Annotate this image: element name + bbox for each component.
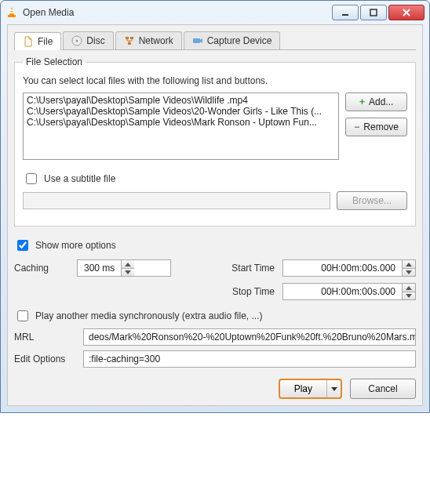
svg-marker-16 [406,263,412,267]
window-title: Open Media [23,7,330,18]
show-more-checkbox-input[interactable] [17,240,28,251]
svg-marker-18 [406,286,412,290]
tab-label: Network [139,35,173,46]
caching-label: Caching [14,263,77,274]
svg-rect-12 [128,42,131,45]
subtitle-checkbox-input[interactable] [26,173,37,184]
chevron-up-icon[interactable] [122,260,134,268]
subtitle-path-input [23,192,330,209]
file-list[interactable]: C:\Users\payal\Desktop\Sample Videos\Wil… [23,92,339,160]
maximize-button[interactable] [360,5,387,20]
svg-marker-15 [125,270,131,274]
chevron-down-icon[interactable] [403,292,415,299]
file-selection-fieldset: File Selection You can select local file… [14,56,416,227]
play-dropdown-button[interactable] [326,380,341,397]
svg-rect-1 [8,15,16,17]
svg-rect-5 [370,9,377,16]
stop-time-input[interactable]: 00H:00m:00s.000 [282,283,416,300]
sync-checkbox[interactable]: Play another media synchronously (extra … [14,308,416,324]
svg-rect-3 [9,12,13,13]
plus-icon: + [359,96,365,107]
network-icon [124,35,135,46]
file-selection-legend: File Selection [23,56,86,67]
chevron-up-icon[interactable] [403,284,415,292]
svg-rect-11 [130,37,133,39]
svg-marker-19 [406,294,412,298]
mrl-label: MRL [14,332,77,343]
minus-icon: − [354,121,359,132]
spinner[interactable] [402,284,415,299]
chevron-up-icon[interactable] [403,260,415,268]
tab-label: File [38,36,53,47]
subtitle-checkbox[interactable]: Use a subtitle file [23,171,407,187]
chevron-down-icon[interactable] [122,268,134,276]
titlebar: Open Media [1,1,429,24]
edit-options-input[interactable]: :file-caching=300 [83,350,416,368]
stop-time-label: Stop Time [228,286,275,297]
chevron-down-icon [331,387,337,391]
svg-rect-10 [126,37,129,39]
tab-disc[interactable]: Disc [63,31,113,49]
tab-file[interactable]: File [14,32,61,50]
file-icon [23,36,34,47]
svg-point-9 [76,40,78,42]
tab-label: Disc [86,35,104,46]
spinner[interactable] [121,260,134,276]
start-time-label: Start Time [228,263,275,274]
vlc-icon [5,6,18,19]
svg-rect-2 [10,9,13,11]
tab-label: Capture Device [207,35,272,46]
list-item[interactable]: C:\Users\payal\Desktop\Sample Videos\Mar… [27,117,335,128]
capture-icon [192,35,203,46]
start-time-input[interactable]: 00H:00m:00s.000 [282,259,416,277]
list-item[interactable]: C:\Users\payal\Desktop\Sample Videos\Wil… [27,95,335,106]
minimize-button[interactable] [332,5,359,20]
disc-icon [71,35,82,46]
browse-button: Browse... [337,191,407,210]
svg-marker-14 [125,263,131,267]
play-split-button[interactable]: Play [279,379,342,399]
show-more-checkbox[interactable]: Show more options [14,237,416,253]
svg-marker-17 [406,270,412,274]
play-button[interactable]: Play [280,380,326,397]
spinner[interactable] [402,260,415,276]
svg-marker-20 [331,387,337,391]
client-area: File Disc Network Capture Device File Se… [7,24,423,406]
svg-rect-13 [193,38,200,43]
sync-checkbox-input[interactable] [17,310,28,321]
close-button[interactable] [388,5,425,20]
open-media-window: Open Media File Disc Network Capture Dev… [0,0,430,413]
mrl-input[interactable]: deos/Mark%20Ronson%20-%20Uptown%20Funk%2… [83,328,416,346]
add-button[interactable]: +Add... [345,92,407,111]
remove-button[interactable]: −Remove [345,118,407,136]
edit-options-label: Edit Options [14,354,77,364]
tabs: File Disc Network Capture Device [14,31,416,50]
tab-capture[interactable]: Capture Device [184,31,281,49]
list-item[interactable]: C:\Users\payal\Desktop\Sample Videos\20-… [27,106,335,117]
caching-input[interactable]: 300 ms [77,259,171,277]
tab-network[interactable]: Network [115,31,182,49]
cancel-button[interactable]: Cancel [350,379,416,399]
chevron-down-icon[interactable] [403,268,415,276]
file-selection-hint: You can select local files with the foll… [23,75,407,86]
